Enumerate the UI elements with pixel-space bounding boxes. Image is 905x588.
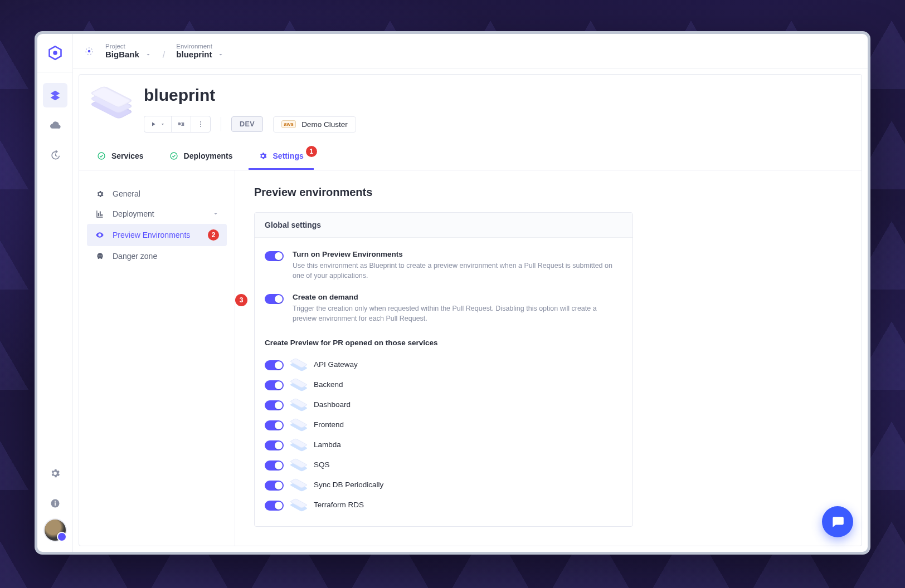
settings-nav-label: Preview Environments [113,231,190,239]
chevron-down-icon[interactable] [217,51,224,58]
project-icon [83,45,95,57]
dots-vertical-icon [197,120,205,128]
app-window: Project BigBank / Environment blueprint [35,31,870,555]
deploy-button-group [144,116,211,133]
environment-title: blueprint [144,86,847,105]
settings-nav-label: General [113,189,140,198]
rail-item-history[interactable] [43,143,67,168]
service-row: Backend [265,375,622,395]
aws-icon: aws [281,120,296,128]
toggle-service[interactable] [265,460,284,471]
tab-deployments[interactable]: Deployments [159,144,243,170]
chat-fab[interactable] [822,506,853,537]
user-avatar[interactable] [43,518,67,542]
rail-item-cloud[interactable] [43,113,67,138]
environment-icon [94,86,129,119]
breadcrumb-environment: Environment blueprint [176,43,224,59]
toggle-service[interactable] [265,400,284,410]
service-icon [291,379,306,391]
toggle-service[interactable] [265,481,284,491]
tab-services[interactable]: Services [87,144,154,170]
svg-rect-3 [55,502,56,506]
service-icon [291,399,306,411]
more-actions-button[interactable] [191,116,210,132]
svg-point-1 [53,51,57,55]
settings-nav-danger-zone[interactable]: Danger zone [87,246,227,266]
left-rail [37,34,73,552]
history-icon [50,150,61,161]
settings-nav-label: Deployment [113,209,154,218]
service-name: Sync DB Periodically [314,481,383,489]
svg-point-5 [88,50,91,52]
service-name: Frontend [314,420,344,429]
cluster-name: Demo Cluster [301,120,348,129]
settings-nav-general[interactable]: General [87,184,227,204]
rail-item-info[interactable] [43,491,67,516]
tab-label: Deployments [184,151,233,160]
option-create-on-demand: Create on demand Trigger the creation on… [265,291,622,334]
service-row: API Gateway [265,355,622,375]
global-settings-card: Global settings Turn on Preview Environm… [254,212,633,527]
option-turn-on-preview: Turn on Preview Environments Use this en… [265,248,622,291]
service-row: SQS [265,455,622,475]
svg-point-9 [200,126,201,127]
chart-icon [96,210,104,218]
service-name: Backend [314,380,343,389]
rail-item-environments[interactable] [43,83,67,107]
svg-point-7 [200,121,201,122]
deploy-button[interactable] [144,116,172,132]
tab-label: Services [111,151,144,160]
option-description: Trigger the creation only when requested… [293,303,622,324]
cluster-chip[interactable]: aws Demo Cluster [273,116,356,133]
toggle-service[interactable] [265,380,284,390]
breadcrumb-environment-value[interactable]: blueprint [176,50,212,60]
environment-toolbar: DEV aws Demo Cluster [144,116,847,133]
panel-title: Preview environments [254,186,843,199]
settings-nav-label: Danger zone [113,252,157,261]
toggle-service[interactable] [265,420,284,430]
breadcrumb-environment-label: Environment [176,43,224,50]
service-icon [291,419,306,431]
layers-icon [50,90,61,101]
svg-rect-4 [55,501,56,502]
card-header: Global settings [255,213,632,238]
hexagon-icon [47,45,63,61]
service-icon [291,499,306,511]
breadcrumb-project-label: Project [105,43,152,50]
toggle-create-on-demand[interactable] [265,294,284,304]
gear-icon [96,190,104,198]
settings-nav-deployment[interactable]: Deployment [87,204,227,224]
play-icon [150,121,157,128]
eye-icon [95,231,104,239]
chevron-down-icon [212,210,219,217]
rail-item-settings[interactable] [43,461,67,486]
toggle-turn-on-preview[interactable] [265,251,284,261]
app-logo[interactable] [42,40,69,66]
option-title: Create on demand [293,293,622,301]
caret-down-icon [160,121,166,127]
service-name: Terraform RDS [314,501,364,509]
service-row: Dashboard [265,395,622,415]
toggle-service[interactable] [265,501,284,511]
service-name: SQS [314,460,330,469]
stage-badge[interactable]: DEV [231,116,263,132]
service-icon [291,359,306,371]
tab-settings[interactable]: Settings 1 [249,144,314,170]
chat-icon [830,514,845,529]
pipeline-button[interactable] [172,116,191,132]
chevron-down-icon[interactable] [145,51,152,58]
cloud-icon [50,120,61,131]
settings-panel: Preview environments Global settings Tur… [235,170,862,546]
settings-sidebar: General Deployment Preview Environments … [79,170,235,546]
toggle-service[interactable] [265,360,284,370]
check-circle-icon [169,151,178,160]
breadcrumb-project-value[interactable]: BigBank [105,50,139,60]
pipeline-icon [177,120,185,128]
service-row: Sync DB Periodically [265,475,622,495]
service-row: Terraform RDS [265,495,622,515]
breadcrumb-separator: / [162,42,166,60]
header: Project BigBank / Environment blueprint [73,34,868,68]
service-icon [291,439,306,451]
settings-nav-preview-environments[interactable]: Preview Environments 2 [87,224,227,246]
toggle-service[interactable] [265,440,284,450]
